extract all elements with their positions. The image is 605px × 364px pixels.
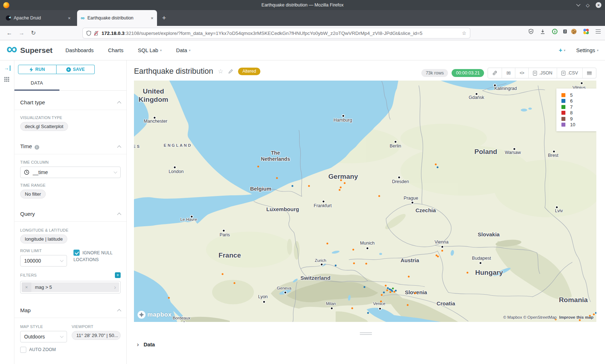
colorful-extension-icon[interactable] [583,29,589,34]
collapse-panel-icon[interactable]: → [4,65,10,71]
data-point [380,301,382,302]
copy-link-button[interactable] [488,68,502,78]
lonlat-value[interactable]: longitude | latitude [20,235,67,244]
nav-item-sql-lab[interactable]: SQL Lab▾ [138,47,162,53]
superset-logo-icon[interactable]: ∞ [6,44,17,54]
improve-map-link[interactable]: Improve this map [559,315,593,319]
mapbox-logo[interactable]: mapbox [138,311,172,319]
email-button[interactable]: ✉ [502,68,515,78]
export-csv-button[interactable]: .CSV [557,68,582,78]
save-button[interactable]: + SAVE [57,65,95,74]
map-label: Milan [326,301,336,306]
browser-menu-icon[interactable] [596,29,601,33]
row-limit-select[interactable]: 100000 [20,255,67,267]
city-dot [379,308,381,310]
data-section-label: Data [144,342,155,347]
tab-title: Earthquake distribution [88,15,134,21]
nav-item-dashboards[interactable]: Dashboards [66,47,94,53]
section-query[interactable]: Query [20,211,121,217]
auto-zoom-label: AUTO ZOOM [29,347,56,353]
panel-tabs: DATA [14,77,126,91]
city-dot [395,141,396,143]
chart-menu-button[interactable] [582,68,596,78]
run-button[interactable]: RUN [18,65,57,74]
city-dot [442,246,443,248]
ignore-null-checkbox[interactable] [73,250,80,256]
map-label: Warsaw [505,150,521,155]
bookmark-star-icon[interactable]: ☆ [462,30,466,36]
section-chart-type[interactable]: Chart type [20,99,121,105]
window-close-icon[interactable]: × [596,2,601,8]
data-point [407,304,409,306]
altered-badge[interactable]: Altered [238,68,260,75]
filter-item[interactable]: × mag > 5 › [22,282,119,292]
legend-item[interactable]: 9 [561,116,596,122]
window-maximize-icon[interactable]: ◇ [586,3,590,8]
panel-drag-handle[interactable] [360,332,372,336]
pocket-shield-icon[interactable] [529,29,533,34]
settings-menu[interactable]: Settings▾ [576,47,599,53]
new-tab-button[interactable]: + [162,14,166,22]
data-point [385,285,387,287]
map-label: Frankfurt [314,203,332,209]
brand-name[interactable]: Superset [20,46,53,55]
viewport-value[interactable]: 11° 28' 29.70" | 50... [72,331,121,340]
map-style-select[interactable]: Outdoors [20,331,67,342]
data-point [367,312,369,314]
section-map[interactable]: Map [20,307,121,313]
viz-type-value[interactable]: deck.gl Scatterplot [20,122,68,131]
legend-item[interactable]: 10 [561,122,596,128]
firefox-logo-icon [3,2,9,8]
chevron-up-icon [117,309,121,313]
data-point [391,290,393,292]
nav-item-charts[interactable]: Charts [108,47,124,53]
export-json-button[interactable]: .JSON [528,68,557,78]
map-label: Croatia [436,300,455,307]
edit-title-icon[interactable] [228,69,233,74]
section-time[interactable]: Timei [20,143,121,150]
tab-data[interactable]: DATA [14,80,59,86]
browser-tab-druid[interactable]: Apache Druid × [2,12,74,24]
legend-swatch [561,105,565,109]
favorite-star-icon[interactable]: ☆ [218,68,223,75]
map-label: Kaliningrad [494,86,517,91]
data-point [292,185,293,187]
embed-code-button[interactable]: <> [515,68,528,78]
time-range-value[interactable]: No filter [20,190,46,199]
download-icon[interactable] [540,29,545,34]
filter-expand-icon[interactable]: › [114,284,119,291]
browser-tab-earthquake[interactable]: ∞ Earthquake distribution × [77,10,157,26]
nav-item-data[interactable]: Data▾ [176,47,191,53]
remove-filter-icon[interactable]: × [22,282,31,292]
tab-close-icon[interactable]: × [151,15,153,21]
time-column-select[interactable]: __time [20,167,121,178]
dataset-grid-icon[interactable] [4,77,9,82]
legend-item[interactable]: 7 [561,104,596,110]
insecure-lock-icon[interactable] [94,31,99,36]
map-label: ENGLAND [164,143,192,148]
tab-close-icon[interactable]: × [68,15,71,21]
left-rail: → [0,60,14,364]
tracking-protection-shield-icon[interactable] [86,31,91,36]
reload-icon[interactable]: ↻ [31,29,36,36]
add-filter-button[interactable]: + [115,272,121,278]
auto-zoom-checkbox[interactable] [20,347,26,353]
forward-icon[interactable]: → [19,30,24,36]
window-minimize-icon[interactable] [576,2,580,6]
data-point [340,187,342,188]
data-point [234,282,236,284]
url-bar[interactable]: 172.18.0.3 :32108/superset/explore/?form… [83,28,470,38]
window-titlebar: Earthquake distribution — Mozilla Firefo… [0,0,605,10]
data-point [392,288,394,290]
back-icon[interactable]: ← [6,30,12,36]
map-canvas[interactable]: United KingdomManchesterENGLANDLondonESL… [134,81,596,322]
cookie-extension-icon[interactable] [571,29,577,34]
map-label: Dresden [392,179,409,185]
add-new-button[interactable]: +▾ [559,47,565,54]
legend-item[interactable]: 6 [561,98,596,104]
extension-green-icon[interactable] [552,29,557,34]
legend-item[interactable]: 8 [561,110,596,116]
map-label: ES [134,144,141,149]
data-section-toggle[interactable]: › Data [137,341,155,348]
legend-item[interactable]: 5 [561,92,596,98]
